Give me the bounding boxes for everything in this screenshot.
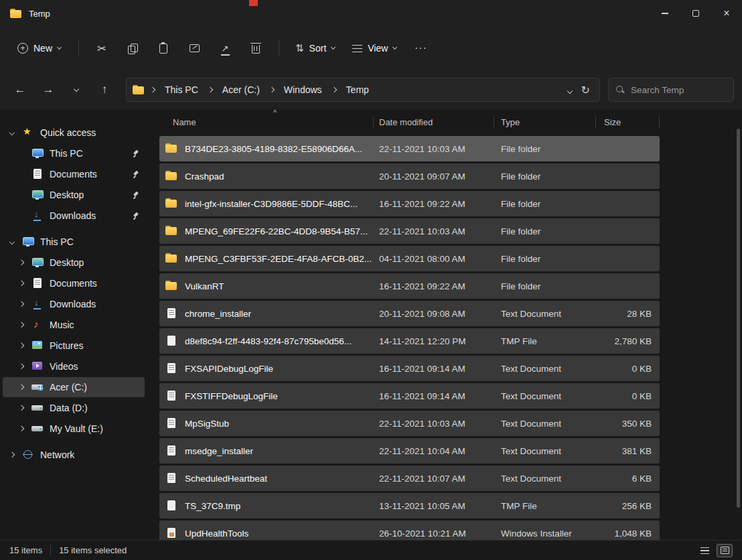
file-row[interactable]: UpdHealthTools 26-10-2021 10:21 AM Windo…: [159, 520, 660, 540]
column-header-size[interactable]: Size: [596, 110, 660, 134]
sidebar-item[interactable]: Desktop: [3, 185, 145, 205]
expander-chevron-icon[interactable]: [19, 384, 24, 390]
file-row[interactable]: FXSAPIDebugLogFile 16-11-2021 09:14 AM T…: [159, 356, 660, 381]
up-button[interactable]: [92, 78, 117, 101]
file-type: File folder: [494, 226, 596, 236]
new-button[interactable]: New: [9, 38, 69, 59]
copy-button[interactable]: [119, 36, 146, 60]
pin-icon: [131, 191, 139, 199]
breadcrumb-chevron-icon: [269, 87, 275, 92]
breadcrumb-chevron-icon: [150, 87, 155, 92]
breadcrumb-item[interactable]: Acer (C:): [218, 82, 264, 98]
file-row[interactable]: Crashpad 20-11-2021 09:07 AM File folder: [159, 163, 660, 189]
minimize-button[interactable]: [650, 0, 680, 27]
address-dropdown-button[interactable]: [568, 84, 572, 96]
file-row[interactable]: MPENG_69FE22F6-22BC-4DD8-9B54-B57... 22-…: [159, 218, 660, 244]
file-type-icon: [165, 500, 178, 512]
breadcrumb-item[interactable]: Windows: [280, 82, 326, 98]
view-button[interactable]: View: [346, 38, 403, 59]
file-row[interactable]: TS_37C9.tmp 13-11-2021 10:05 AM TMP File…: [159, 493, 660, 518]
sidebar-item[interactable]: Data (D:): [3, 398, 145, 418]
file-row[interactable]: MpSigStub 22-11-2021 10:03 AM Text Docum…: [159, 411, 660, 436]
file-row[interactable]: B734DE23-3805-4189-8382-E58906D66A... 22…: [159, 136, 660, 161]
file-row[interactable]: MPENG_C3FBF53F-2EDE-4FA8-AFCB-0B2... 04-…: [159, 246, 660, 271]
file-name: FXSAPIDebugLogFile: [185, 364, 273, 374]
file-row[interactable]: chrome_installer 20-11-2021 09:08 AM Tex…: [159, 301, 660, 326]
rename-button[interactable]: [181, 36, 208, 60]
file-row[interactable]: VulkanRT 16-11-2021 09:22 AM File folder: [159, 273, 660, 299]
selected-count: 15 items selected: [59, 545, 127, 555]
file-size: 28 KB: [596, 309, 660, 319]
large-icons-view-button[interactable]: [717, 544, 733, 557]
file-size: 381 KB: [596, 446, 660, 456]
column-header-date-modified[interactable]: Date modified: [374, 110, 494, 134]
expander-slot: [17, 427, 25, 431]
sort-button[interactable]: Sort: [289, 37, 342, 60]
breadcrumb-segment: Windows: [265, 82, 326, 98]
search-input[interactable]: [631, 85, 727, 95]
sidebar-item-icon: [31, 319, 44, 331]
file-row[interactable]: intel-gfx-installer-C3D9886E-5DDF-48BC..…: [159, 191, 660, 216]
sidebar-item[interactable]: Videos: [3, 356, 145, 376]
sidebar-item[interactable]: Network: [3, 445, 145, 465]
expander-slot: [8, 240, 16, 244]
expander-chevron-icon[interactable]: [19, 343, 24, 348]
sidebar-item-label: Documents: [50, 278, 97, 289]
file-row[interactable]: ScheduledHeartbeat 22-11-2021 10:07 AM T…: [159, 466, 660, 491]
file-date-modified: 22-11-2021 10:03 AM: [374, 419, 494, 429]
file-type: Text Document: [494, 364, 596, 374]
sidebar-item[interactable]: Pictures: [3, 336, 145, 356]
file-row[interactable]: msedge_installer 22-11-2021 10:04 AM Tex…: [159, 438, 660, 464]
sidebar-item-label: Videos: [50, 361, 78, 372]
view-toggles: [696, 544, 733, 557]
share-button[interactable]: [212, 36, 238, 60]
sidebar-item[interactable]: This PC: [3, 232, 145, 252]
sidebar-item[interactable]: Acer (C:): [3, 377, 145, 397]
delete-button[interactable]: [242, 36, 269, 60]
file-name-cell: intel-gfx-installer-C3D9886E-5DDF-48BC..…: [159, 198, 374, 210]
sidebar-item[interactable]: Documents: [3, 273, 145, 293]
file-type: File folder: [494, 199, 596, 209]
close-button[interactable]: ×: [711, 0, 742, 27]
sidebar-item[interactable]: Desktop: [3, 253, 145, 273]
maximize-button[interactable]: [680, 0, 711, 27]
file-type: Text Document: [494, 309, 596, 319]
expander-chevron-icon[interactable]: [19, 364, 24, 369]
expander-chevron-icon[interactable]: [19, 260, 24, 265]
sidebar-item[interactable]: Downloads: [3, 206, 145, 226]
file-type-icon: [165, 362, 178, 374]
expander-chevron-icon[interactable]: [19, 301, 24, 307]
sidebar-item-icon: [31, 277, 44, 289]
paste-button[interactable]: [150, 36, 177, 60]
vertical-scrollbar[interactable]: [737, 129, 740, 508]
sidebar-item[interactable]: This PC: [3, 143, 145, 163]
recent-locations-button[interactable]: [64, 78, 88, 101]
file-row[interactable]: FXSTIFFDebugLogFile 16-11-2021 09:14 AM …: [159, 383, 660, 409]
cut-button[interactable]: [88, 36, 115, 60]
forward-button[interactable]: [36, 78, 60, 101]
more-button[interactable]: [407, 36, 434, 60]
expander-chevron-icon[interactable]: [9, 452, 15, 458]
expander-chevron-icon[interactable]: [19, 281, 24, 286]
sidebar-item[interactable]: Downloads: [3, 294, 145, 314]
sidebar-item[interactable]: My Vault (E:): [3, 419, 145, 439]
details-view-button[interactable]: [696, 544, 713, 557]
chevron-down-icon: [57, 45, 62, 50]
expander-chevron-icon[interactable]: [9, 239, 15, 244]
breadcrumb-item[interactable]: Temp: [342, 82, 373, 98]
back-button[interactable]: [8, 78, 32, 101]
column-header-type[interactable]: Type: [494, 110, 596, 134]
expander-chevron-icon[interactable]: [9, 130, 15, 135]
breadcrumb-bar[interactable]: This PC Acer (C:) Windows Temp: [126, 78, 600, 102]
sidebar-item[interactable]: Quick access: [3, 123, 145, 143]
expander-chevron-icon[interactable]: [19, 426, 24, 431]
column-header-name[interactable]: Name: [159, 110, 374, 134]
breadcrumb-item[interactable]: This PC: [161, 82, 202, 98]
sidebar-item[interactable]: Documents: [3, 164, 145, 184]
file-row[interactable]: d8ef8c94-f2ff-4483-92f4-87c795be0d56... …: [159, 328, 660, 354]
refresh-button[interactable]: [581, 84, 590, 96]
expander-chevron-icon[interactable]: [19, 405, 24, 411]
sidebar-item[interactable]: Music: [3, 315, 145, 335]
expander-chevron-icon[interactable]: [19, 322, 24, 328]
file-date-modified: 04-11-2021 08:00 AM: [374, 254, 494, 264]
